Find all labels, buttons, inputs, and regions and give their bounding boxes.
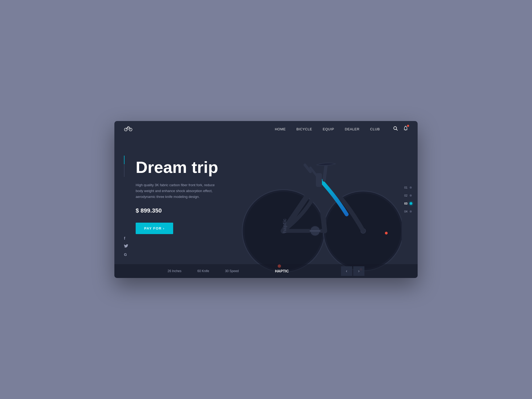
navigation: HOME BICYCLE EQUIP DEALER CLUB bbox=[114, 121, 418, 137]
nav-item-dealer[interactable]: DEALER bbox=[345, 127, 359, 131]
pay-button[interactable]: PAY FOR › bbox=[136, 223, 173, 234]
svg-text:haptic: haptic bbox=[282, 219, 287, 233]
page-dot-3 bbox=[410, 202, 412, 205]
spec-speed: 30 Speed bbox=[225, 269, 239, 273]
nav-item-home[interactable]: HOME bbox=[275, 127, 286, 131]
hero-description: High quality 3K fabric carbon fiber fron… bbox=[136, 182, 218, 200]
svg-line-4 bbox=[396, 129, 398, 130]
nav-item-club[interactable]: CLUB bbox=[370, 127, 380, 131]
nav-arrows: ‹ › bbox=[341, 266, 364, 276]
next-button[interactable]: › bbox=[353, 266, 364, 276]
svg-line-20 bbox=[310, 168, 319, 178]
spec-knife: 60 Knife bbox=[197, 269, 209, 273]
svg-line-19 bbox=[324, 165, 326, 180]
svg-point-2 bbox=[128, 126, 129, 127]
hero-title: Dream trip bbox=[136, 158, 218, 176]
hero-content: Dream trip High quality 3K fabric carbon… bbox=[136, 158, 218, 234]
svg-point-14 bbox=[385, 232, 388, 234]
search-icon[interactable] bbox=[393, 126, 398, 132]
side-pagination: 01 02 03 04 bbox=[404, 186, 412, 213]
brand-label: HAPTIC bbox=[275, 269, 289, 273]
google-link[interactable]: G bbox=[124, 252, 128, 257]
page-item-4[interactable]: 04 bbox=[404, 210, 412, 213]
page-dot-1 bbox=[410, 186, 412, 189]
nav-links: HOME BICYCLE EQUIP DEALER CLUB bbox=[275, 127, 380, 131]
notification-badge bbox=[407, 125, 409, 127]
nav-actions bbox=[393, 126, 408, 132]
page-dot-2 bbox=[410, 194, 412, 197]
main-window: HOME BICYCLE EQUIP DEALER CLUB bbox=[114, 121, 418, 278]
spec-inches: 26 Inches bbox=[168, 269, 181, 273]
bell-icon[interactable] bbox=[403, 126, 408, 132]
bottom-bar: 26 Inches 60 Knife 30 Speed HAPTIC ‹ › bbox=[114, 264, 418, 278]
social-links: f G bbox=[124, 236, 128, 257]
page-item-1[interactable]: 01 bbox=[404, 186, 412, 189]
hero-price: $ 899.350 bbox=[136, 207, 218, 214]
slide-indicator bbox=[124, 156, 124, 177]
nav-item-equip[interactable]: EQUIP bbox=[323, 127, 334, 131]
nav-item-bicycle[interactable]: BICYCLE bbox=[296, 127, 312, 131]
page-dot-4 bbox=[410, 210, 412, 213]
prev-button[interactable]: ‹ bbox=[341, 266, 352, 276]
twitter-link[interactable] bbox=[124, 244, 128, 249]
bicycle-illustration: haptic bbox=[237, 137, 402, 275]
page-item-3[interactable]: 03 bbox=[404, 202, 412, 205]
page-item-2[interactable]: 02 bbox=[404, 194, 412, 197]
facebook-link[interactable]: f bbox=[124, 236, 128, 240]
logo[interactable] bbox=[124, 125, 132, 133]
